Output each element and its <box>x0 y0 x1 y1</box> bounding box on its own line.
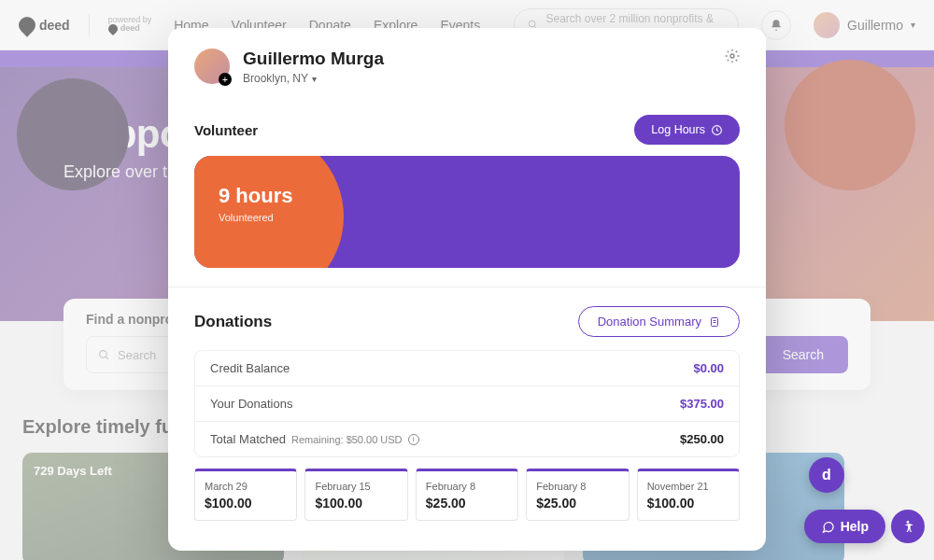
donation-card[interactable]: February 8$25.00 <box>416 469 518 521</box>
volunteer-section-title: Volunteer <box>194 122 258 138</box>
profile-name: Guillermo Murga <box>243 49 384 69</box>
log-hours-button[interactable]: Log Hours <box>634 115 740 145</box>
donation-summary-button[interactable]: Donation Summary <box>578 306 740 337</box>
document-icon <box>709 316 720 328</box>
volunteer-hours-card[interactable]: 9 hours Volunteered <box>194 156 740 268</box>
donations-section-title: Donations <box>194 313 272 331</box>
chevron-down-icon: ▾ <box>312 74 317 84</box>
your-donations-value: $375.00 <box>680 397 724 411</box>
settings-button[interactable] <box>725 49 740 63</box>
deed-icon: d <box>822 467 831 483</box>
svg-point-4 <box>730 54 734 58</box>
donation-card[interactable]: March 29$100.00 <box>194 469 297 521</box>
gear-icon <box>725 49 740 63</box>
deed-fab[interactable]: d <box>809 457 844 493</box>
help-button[interactable]: Help <box>804 510 885 543</box>
table-row: Your Donations $375.00 <box>195 386 739 422</box>
profile-location[interactable]: Brooklyn, NY ▾ <box>243 72 384 85</box>
total-matched-value: $250.00 <box>680 432 724 446</box>
table-row: Total Matched Remaining: $50.00 USD i $2… <box>195 422 739 456</box>
donation-card[interactable]: February 15$100.00 <box>304 469 407 521</box>
info-icon[interactable]: i <box>408 434 419 445</box>
clock-icon <box>711 124 723 136</box>
volunteer-hours-value: 9 hours <box>219 184 715 208</box>
profile-avatar[interactable] <box>194 49 230 84</box>
chat-icon <box>821 520 835 534</box>
donation-card[interactable]: November 21$100.00 <box>637 469 740 521</box>
accessibility-icon <box>900 519 915 534</box>
table-row: Credit Balance $0.00 <box>195 351 739 386</box>
profile-modal: Guillermo Murga Brooklyn, NY ▾ Volunteer… <box>168 28 766 551</box>
accessibility-button[interactable] <box>891 510 925 543</box>
donation-card[interactable]: February 8$25.00 <box>526 469 629 521</box>
recent-donations-row: March 29$100.00 February 15$100.00 Febru… <box>168 469 766 521</box>
volunteer-hours-label: Volunteered <box>219 212 715 223</box>
modal-header: Guillermo Murga Brooklyn, NY ▾ <box>168 28 766 100</box>
donations-summary-table: Credit Balance $0.00 Your Donations $375… <box>194 350 740 457</box>
svg-point-9 <box>907 521 910 524</box>
credit-balance-value: $0.00 <box>693 361 724 375</box>
